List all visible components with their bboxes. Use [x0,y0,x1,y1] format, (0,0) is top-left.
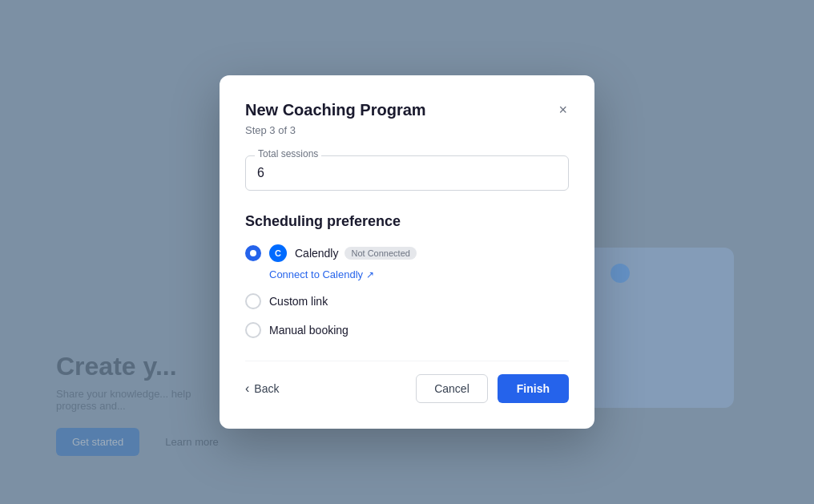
calendly-icon: C [269,244,287,262]
radio-option-calendly[interactable]: C Calendly Not Connected [245,244,569,262]
custom-link-label: Custom link [269,295,328,308]
radio-option-custom[interactable]: Custom link [245,293,569,309]
close-button[interactable]: × [557,101,569,119]
finish-button[interactable]: Finish [498,374,569,403]
connect-calendly-text: Connect to Calendly [269,268,363,280]
external-link-icon: ↗ [366,269,374,280]
not-connected-badge: Not Connected [345,247,416,260]
scheduling-section-title: Scheduling preference [245,213,569,230]
radio-option-manual[interactable]: Manual booking [245,322,569,338]
back-label: Back [254,382,279,395]
back-button[interactable]: ‹ Back [245,381,279,396]
connect-calendly-link[interactable]: Connect to Calendly ↗ [269,268,569,280]
modal-overlay: New Coaching Program × Step 3 of 3 Total… [0,0,814,504]
footer-actions: Cancel Finish [416,374,569,403]
scheduling-section: Scheduling preference C Calendly Not Con… [245,213,569,338]
total-sessions-field-group: Total sessions [245,155,569,191]
manual-booking-label: Manual booking [269,324,349,337]
total-sessions-label: Total sessions [255,148,321,159]
modal-step: Step 3 of 3 [245,124,569,136]
back-chevron-icon: ‹ [245,381,249,396]
modal-header: New Coaching Program × [245,101,569,119]
radio-custom-circle [245,293,261,309]
modal: New Coaching Program × Step 3 of 3 Total… [220,75,594,429]
calendly-label: Calendly Not Connected [295,247,417,260]
radio-calendly-circle [245,245,261,261]
total-sessions-input[interactable] [245,155,569,191]
modal-title: New Coaching Program [245,101,426,119]
radio-manual-circle [245,322,261,338]
modal-footer: ‹ Back Cancel Finish [245,361,569,403]
cancel-button[interactable]: Cancel [416,374,488,403]
